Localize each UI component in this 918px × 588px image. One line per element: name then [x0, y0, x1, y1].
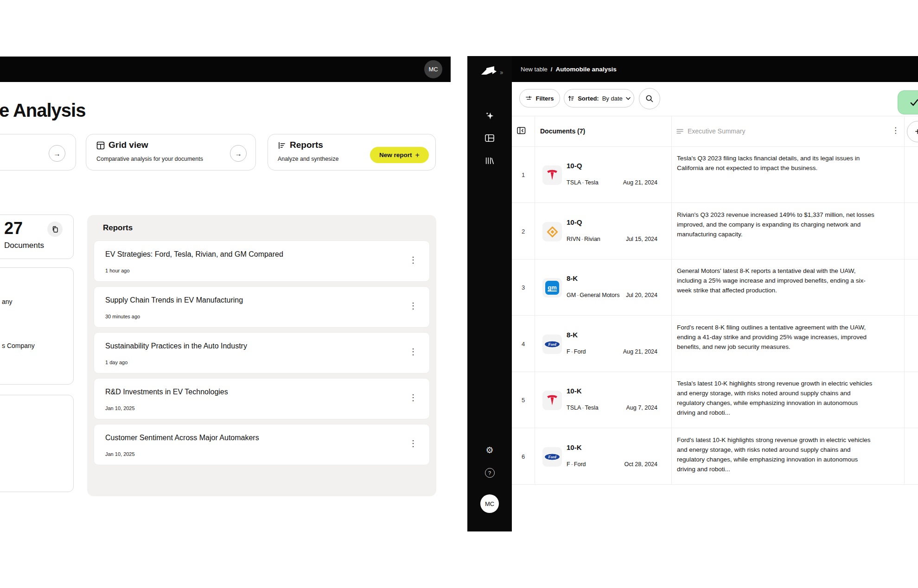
gm-logo-text: gm: [548, 285, 557, 291]
table-top-border: [512, 116, 918, 116]
doc-date: Jul 20, 2024: [626, 292, 657, 298]
summary-column-header[interactable]: Executive Summary: [676, 127, 745, 135]
report-item[interactable]: Supply Chain Trends in EV Manufacturing …: [94, 286, 430, 328]
filters-button[interactable]: Filters: [519, 89, 560, 107]
help-icon[interactable]: ?: [467, 468, 512, 478]
search-icon: [645, 95, 654, 103]
chevron-down-icon: [626, 97, 631, 100]
table-row[interactable]: 6 Ford 10-K F-Ford Oct 28, 2024 Ford's l…: [512, 429, 918, 485]
more-menu-icon[interactable]: ⋮: [409, 439, 417, 448]
ford-logo: Ford: [542, 335, 562, 354]
grid-view-card[interactable]: Grid view Comparative analysis for your …: [86, 134, 256, 171]
reports-chart-icon: [278, 141, 286, 150]
doc-date: Aug 21, 2024: [623, 179, 657, 186]
ticker-company: TSLA-Tesla: [567, 179, 599, 186]
row-number: 5: [512, 372, 535, 428]
doc-date: Jul 15, 2024: [626, 236, 657, 242]
column-menu-icon[interactable]: ⋮: [892, 126, 899, 135]
table-row[interactable]: 2 10-Q RIVN-Rivian Jul 15, 2024 Rivian's…: [512, 203, 918, 259]
more-menu-icon[interactable]: ⋮: [409, 348, 417, 356]
matrix-window: ›› ⚙ ?: [467, 56, 918, 531]
ticker-company: GM-General Motors: [567, 292, 619, 298]
report-time: Jan 10, 2025: [105, 405, 135, 411]
report-item[interactable]: R&D Investments in EV Technologies Jan 1…: [94, 378, 430, 419]
row-number: 4: [512, 316, 535, 372]
library-icon[interactable]: [467, 156, 512, 165]
grid-view-icon: [96, 141, 105, 150]
executive-summary: Ford's latest 10-K highlights strong rev…: [677, 435, 877, 474]
breadcrumb-current: Automobile analysis: [555, 66, 616, 73]
table-row[interactable]: 3 gm 8-K GM-General Motors Jul 20, 2024 …: [512, 259, 918, 316]
expand-sidebar-icon[interactable]: ››: [500, 69, 502, 76]
ticker-company: RIVN-Rivian: [567, 236, 600, 242]
user-avatar[interactable]: MC: [480, 494, 499, 513]
app-sidebar: ›› ⚙ ?: [467, 56, 512, 531]
filters-label: Filters: [536, 95, 554, 102]
arrow-right-icon: →: [54, 150, 61, 158]
table-row[interactable]: 4 Ford 8-K F-Ford Aug 21, 2024 Ford's re…: [512, 316, 918, 372]
app-logo-icon[interactable]: [479, 64, 498, 77]
doc-date: Oct 28, 2024: [624, 461, 657, 468]
tesla-logo: [542, 165, 562, 185]
copy-button[interactable]: [47, 221, 63, 237]
screen: MC e Analysis → Grid view Comparative an…: [0, 0, 918, 588]
report-time: 30 minutes ago: [105, 314, 140, 319]
more-menu-icon[interactable]: ⋮: [409, 256, 417, 264]
add-column-button[interactable]: +: [907, 121, 918, 142]
reports-panel-title: Reports: [103, 223, 133, 233]
more-menu-icon[interactable]: ⋮: [409, 393, 417, 402]
ticker-company: TSLA-Tesla: [567, 405, 599, 411]
breadcrumb-separator: /: [551, 66, 553, 73]
confirm-button[interactable]: [898, 90, 918, 114]
doc-type: 10-K: [567, 387, 582, 395]
user-avatar[interactable]: MC: [424, 60, 442, 78]
arrow-button[interactable]: →: [49, 145, 65, 162]
documents-stat-card[interactable]: 27 Documents: [0, 215, 74, 259]
arrow-right-icon: →: [235, 150, 242, 158]
page-title: e Analysis: [0, 100, 85, 121]
doc-type: 8-K: [567, 331, 578, 339]
row-number: 6: [512, 429, 535, 485]
report-item[interactable]: Customer Sentiment Across Major Automake…: [94, 424, 430, 465]
filter-icon: [525, 95, 532, 101]
table-view-icon[interactable]: [467, 133, 512, 143]
breadcrumb-parent[interactable]: New table: [521, 66, 548, 73]
plus-icon: +: [915, 126, 918, 137]
report-title: Supply Chain Trends in EV Manufacturing: [105, 296, 243, 304]
row-number: 3: [512, 259, 535, 316]
arrow-button[interactable]: →: [230, 145, 247, 162]
ticker-company: F-Ford: [567, 461, 586, 468]
more-menu-icon[interactable]: ⋮: [409, 302, 417, 310]
report-title: Sustainability Practices in the Auto Ind…: [105, 342, 247, 350]
executive-summary: Ford's recent 8-K filing outlines a tent…: [677, 322, 877, 352]
sorted-label: Sorted:: [578, 95, 599, 102]
new-report-button[interactable]: New report +: [370, 147, 429, 163]
company-label-truncated: s Company: [2, 342, 35, 349]
settings-gear-icon[interactable]: ⚙: [467, 445, 512, 455]
report-item[interactable]: EV Strategies: Ford, Tesla, Rivian, and …: [94, 240, 430, 282]
collapse-column-icon[interactable]: [517, 127, 526, 134]
reports-card[interactable]: Reports Analyze and synthesize New repor…: [268, 134, 436, 171]
cut-card[interactable]: →: [0, 134, 76, 171]
svg-text:Ford: Ford: [548, 342, 556, 347]
report-time: 1 hour ago: [105, 268, 130, 273]
grid-view-subtitle: Comparative analysis for your documents: [96, 156, 203, 162]
documents-column-header[interactable]: Documents (7): [540, 127, 585, 135]
reports-card-subtitle: Analyze and synthesize: [278, 156, 338, 162]
reports-panel: Reports EV Strategies: Ford, Tesla, Rivi…: [87, 215, 436, 496]
company-label-truncated: any: [2, 298, 13, 305]
doc-type: 10-K: [567, 443, 582, 451]
companies-card[interactable]: any s Company: [0, 267, 74, 385]
table-row[interactable]: 1 10-Q TSLA-Tesla Aug 21, 2024 Tesla's Q…: [512, 147, 918, 203]
executive-summary: Rivian's Q3 2023 revenue increased 149% …: [677, 210, 877, 239]
sort-button[interactable]: Sorted: By date: [564, 89, 634, 107]
doc-type: 10-Q: [567, 218, 582, 226]
ai-sparkles-icon[interactable]: [467, 111, 512, 121]
doc-date: Aug 7, 2024: [626, 405, 657, 411]
doc-type: 8-K: [567, 274, 578, 282]
report-item[interactable]: Sustainability Practices in the Auto Ind…: [94, 332, 430, 373]
documents-label: Documents: [4, 241, 44, 250]
table-row[interactable]: 5 10-K TSLA-Tesla Aug 7, 2024 Tesla's la…: [512, 372, 918, 428]
search-button[interactable]: [639, 88, 660, 109]
empty-card[interactable]: [0, 395, 74, 492]
